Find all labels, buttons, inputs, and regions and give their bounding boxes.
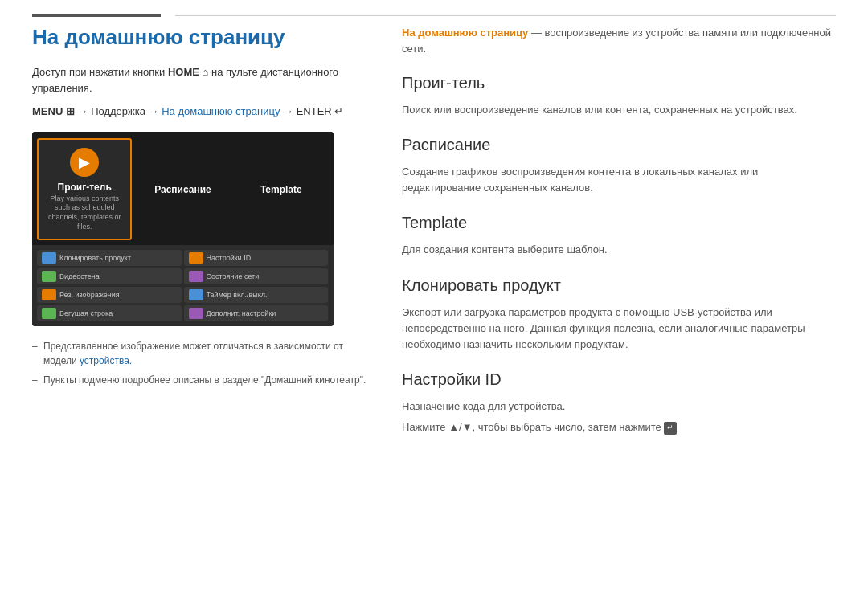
section-template-body: Для создания контента выберите шаблон. xyxy=(402,242,836,258)
menu-arrow1: → Поддержка → xyxy=(78,105,162,117)
tv-bottom-id[interactable]: Настройки ID xyxy=(184,250,329,266)
videowall-text: Видеостена xyxy=(59,272,100,280)
network-icon xyxy=(189,271,203,282)
img-text: Рез. изображения xyxy=(59,291,120,299)
section-clone: Клонировать продукт Экспорт или загрузка… xyxy=(402,276,836,353)
videowall-icon xyxy=(42,271,56,282)
section-raspisanie: Расписание Создание графиков воспроизвед… xyxy=(402,136,836,196)
menu-end: → ENTER ↵ xyxy=(283,105,343,117)
section-template: Template Для создания контента выберите … xyxy=(402,214,836,258)
clone-icon xyxy=(42,252,56,264)
nastrojki-instruction: Нажмите ▲/▼, чтобы выбрать число, затем … xyxy=(402,421,664,433)
proigratel-icon: ▶ xyxy=(70,148,99,177)
note-1-text: Представленное изображение может отличат… xyxy=(43,341,343,366)
note-1: Представленное изображение может отличат… xyxy=(32,339,370,368)
top-bar-left-line xyxy=(32,14,161,17)
id-icon xyxy=(189,252,203,264)
timer-icon xyxy=(189,289,203,300)
note-2: Пункты подменю подробнее описаны в разде… xyxy=(32,373,370,387)
tv-menu-template[interactable]: Template xyxy=(234,138,329,240)
proigratel-label: Проиг-тель xyxy=(58,182,112,193)
id-text: Настройки ID xyxy=(207,254,252,262)
section-proigratel-body: Поиск или воспроизведение каналов или ко… xyxy=(402,102,836,118)
intro-text: Доступ при нажатии кнопки HOME ⌂ на пуль… xyxy=(32,64,370,96)
raspisanie-label: Расписание xyxy=(154,184,211,195)
section-nastrojki-body2: Нажмите ▲/▼, чтобы выбрать число, затем … xyxy=(402,419,836,435)
note-1-link: устройства. xyxy=(80,355,132,366)
section-proigratel: Проиг-тель Поиск или воспроизведение кан… xyxy=(402,74,836,118)
section-proigratel-title: Проиг-тель xyxy=(402,74,836,96)
main-content: На домашнюю страницу Доступ при нажатии … xyxy=(0,25,868,453)
tv-bottom-timer[interactable]: Таймер вкл./выкл. xyxy=(184,287,329,303)
img-icon xyxy=(42,289,56,300)
clone-text: Клонировать продукт xyxy=(59,254,131,262)
ticker-icon xyxy=(42,308,56,319)
page-title: На домашнюю страницу xyxy=(32,25,370,50)
right-column: На домашнюю страницу — воспроизведение и… xyxy=(402,25,836,453)
timer-text: Таймер вкл./выкл. xyxy=(207,291,268,299)
menu-link: На домашнюю страницу xyxy=(162,105,280,117)
intro-content: Доступ при нажатии кнопки HOME ⌂ на пуль… xyxy=(32,66,338,94)
tv-menu-row: ▶ Проиг-тель Play various contents such … xyxy=(32,132,334,245)
proigratel-sublabel: Play various contents such as scheduled … xyxy=(42,194,127,232)
section-nastrojki-body1: Назначение кода для устройства. xyxy=(402,398,836,415)
ticker-text: Бегущая строка xyxy=(59,309,113,317)
section-nastrojki-title: Настройки ID xyxy=(402,370,836,392)
settings-text: Дополнит. настройки xyxy=(207,309,276,317)
right-header-note: На домашнюю страницу — воспроизведение и… xyxy=(402,25,836,56)
tv-menu-raspisanie[interactable]: Расписание xyxy=(135,138,230,240)
section-nastrojki: Настройки ID Назначение кода для устройс… xyxy=(402,370,836,435)
section-template-title: Template xyxy=(402,214,836,235)
tv-screenshot: ▶ Проиг-тель Play various contents such … xyxy=(32,132,334,326)
enter-icon: ↵ xyxy=(664,422,677,435)
section-clone-body: Экспорт или загрузка параметров продукта… xyxy=(402,304,836,353)
tv-menu-proigratel[interactable]: ▶ Проиг-тель Play various contents such … xyxy=(37,138,132,240)
template-label: Template xyxy=(260,184,302,195)
note-2-text: Пункты подменю подробнее описаны в разде… xyxy=(43,374,366,386)
network-text: Состояние сети xyxy=(207,272,260,280)
tv-bottom-img[interactable]: Рез. изображения xyxy=(37,287,182,303)
menu-path: MENU ⊞ → Поддержка → На домашнюю страниц… xyxy=(32,104,370,121)
tv-bottom-ticker[interactable]: Бегущая строка xyxy=(37,305,182,321)
menu-bold: MENU ⊞ xyxy=(32,105,75,117)
tv-bottom-network[interactable]: Состояние сети xyxy=(184,268,329,284)
tv-bottom-row: Клонировать продукт Настройки ID Видеост… xyxy=(32,245,334,326)
section-clone-title: Клонировать продукт xyxy=(402,276,836,298)
top-bar-right-line xyxy=(175,15,836,16)
notes-list: Представленное изображение может отличат… xyxy=(32,339,370,387)
top-bar xyxy=(0,0,868,17)
section-raspisanie-title: Расписание xyxy=(402,136,836,157)
tv-bottom-clone[interactable]: Клонировать продукт xyxy=(37,250,182,266)
section-raspisanie-body: Создание графиков воспроизведения контен… xyxy=(402,164,836,196)
tv-bottom-videowall[interactable]: Видеостена xyxy=(37,268,182,284)
settings-icon xyxy=(189,308,203,319)
header-link: На домашнюю страницу xyxy=(402,27,528,39)
tv-bottom-settings[interactable]: Дополнит. настройки xyxy=(184,305,329,321)
left-column: На домашнюю страницу Доступ при нажатии … xyxy=(32,25,370,453)
